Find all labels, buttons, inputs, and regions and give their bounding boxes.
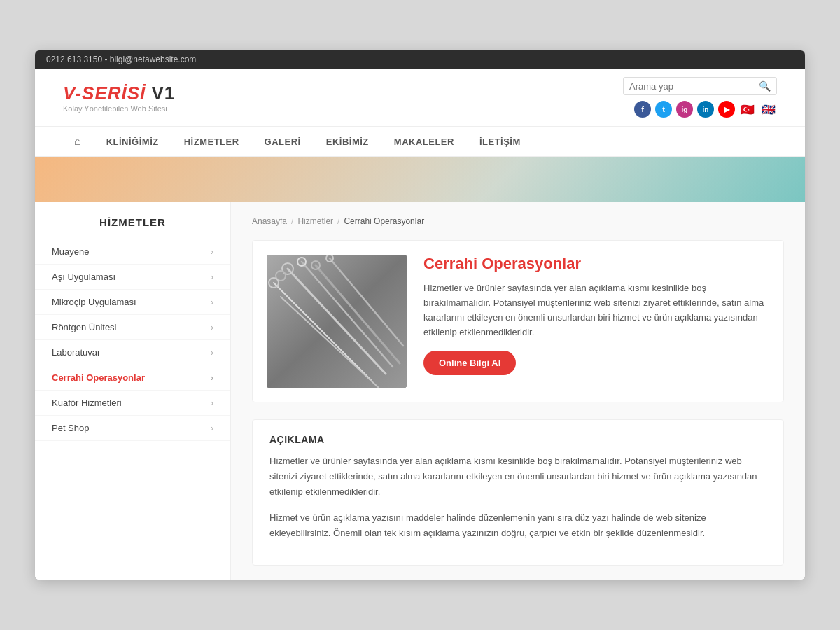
sidebar-title: HİZMETLER (35, 216, 230, 239)
header: V-SERİSİ V1 Kolay Yönetilebilen Web Site… (35, 69, 805, 127)
nav-item-galeri[interactable]: GALERİ (253, 128, 312, 155)
description-paragraph-2: Hizmet ve ürün açıklama yazısını maddele… (270, 510, 766, 541)
phone-number: 0212 613 3150 (46, 55, 102, 64)
logo-subtitle: Kolay Yönetilebilen Web Sitesi (63, 104, 175, 113)
chevron-right-icon: › (211, 298, 214, 307)
logo[interactable]: V-SERİSİ V1 Kolay Yönetilebilen Web Site… (63, 83, 175, 113)
sidebar-item-laboratuvar[interactable]: Laboratuvar › (35, 340, 230, 365)
hero-banner (35, 157, 805, 202)
header-right: 🔍 f t ig in ▶ 🇹🇷 🇬🇧 (623, 77, 777, 118)
browser-window: 0212 613 3150 - bilgi@netawebsite.com V-… (35, 50, 805, 579)
service-image (267, 255, 407, 388)
sidebar-item-label: Pet Shop (52, 423, 90, 433)
nav-item-hizmetler[interactable]: HİZMETLER (173, 128, 251, 155)
sidebar-item-label: Mikroçip Uygulaması (52, 297, 136, 307)
instagram-icon[interactable]: ig (676, 101, 693, 118)
breadcrumb: Anasayfa / Hizmetler / Cerrahi Operasyon… (252, 216, 784, 226)
description-paragraph-1: Hizmetler ve ürünler sayfasında yer alan… (270, 454, 766, 500)
nav-item-klinigimiz[interactable]: KLİNİĞİMİZ (95, 128, 170, 155)
email-address: bilgi@netawebsite.com (110, 55, 197, 64)
service-detail-card: Cerrahi Operasyonlar Hizmetler ve ürünle… (252, 240, 784, 402)
nav-home[interactable]: ⌂ (63, 127, 92, 156)
search-bar[interactable]: 🔍 (623, 77, 777, 95)
linkedin-icon[interactable]: in (697, 101, 714, 118)
youtube-icon[interactable]: ▶ (718, 101, 735, 118)
sidebar: HİZMETLER Muayene › Aşı Uygulaması › Mik… (35, 202, 231, 579)
chevron-right-icon: › (211, 247, 214, 257)
sidebar-item-label: Laboratuvar (52, 347, 100, 358)
top-bar: 0212 613 3150 - bilgi@netawebsite.com (35, 50, 805, 69)
sidebar-item-label: Muayene (52, 246, 89, 257)
breadcrumb-sep2: / (337, 216, 340, 226)
chevron-right-icon: › (211, 373, 214, 383)
sidebar-item-label: Cerrahi Operasyonlar (52, 372, 145, 383)
logo-brand-italic: V-SERİSİ (63, 83, 146, 104)
service-description: Hizmetler ve ürünler sayfasında yer alan… (424, 281, 769, 340)
chevron-right-icon: › (211, 272, 214, 282)
social-lang-bar: f t ig in ▶ 🇹🇷 🇬🇧 (634, 101, 777, 118)
breadcrumb-sep1: / (291, 216, 293, 226)
sidebar-item-rontgen[interactable]: Röntgen Ünitesi › (35, 315, 230, 340)
breadcrumb-home[interactable]: Anasayfa (252, 216, 287, 226)
content-area: Anasayfa / Hizmetler / Cerrahi Operasyon… (231, 202, 805, 579)
flag-en[interactable]: 🇬🇧 (760, 104, 777, 115)
facebook-icon[interactable]: f (634, 101, 651, 118)
nav-bar: ⌂ KLİNİĞİMİZ HİZMETLER GALERİ EKİBİMİZ M… (35, 127, 805, 157)
service-info: Cerrahi Operasyonlar Hizmetler ve ürünle… (424, 255, 769, 388)
breadcrumb-services[interactable]: Hizmetler (298, 216, 333, 226)
chevron-right-icon: › (211, 398, 214, 408)
sidebar-item-cerrahi[interactable]: Cerrahi Operasyonlar › (35, 365, 230, 391)
chevron-right-icon: › (211, 348, 214, 358)
description-box: AÇIKLAMA Hizmetler ve ürünler sayfasında… (252, 419, 784, 565)
breadcrumb-current: Cerrahi Operasyonlar (344, 216, 424, 226)
nav-item-makaleler[interactable]: MAKALELER (383, 128, 465, 155)
sidebar-item-microcip[interactable]: Mikroçip Uygulaması › (35, 290, 230, 315)
description-section-title: AÇIKLAMA (270, 434, 766, 445)
sidebar-item-label: Kuaför Hizmetleri (52, 398, 122, 408)
sidebar-item-petshop[interactable]: Pet Shop › (35, 416, 230, 441)
service-image-inner (267, 255, 407, 388)
sidebar-item-kuafor[interactable]: Kuaför Hizmetleri › (35, 391, 230, 416)
sidebar-item-asi[interactable]: Aşı Uygulaması › (35, 265, 230, 290)
top-separator: - (104, 55, 109, 64)
search-input[interactable] (629, 81, 755, 92)
sidebar-item-muayene[interactable]: Muayene › (35, 239, 230, 265)
nav-item-ekibimiz[interactable]: EKİBİMİZ (315, 128, 380, 155)
logo-main: V-SERİSİ V1 (63, 83, 175, 104)
online-info-button[interactable]: Online Bilgi Al (424, 351, 516, 375)
chevron-right-icon: › (211, 424, 214, 433)
flag-tr[interactable]: 🇹🇷 (739, 104, 756, 115)
twitter-icon[interactable]: t (655, 101, 672, 118)
logo-brand-bold: V1 (146, 83, 175, 104)
search-icon[interactable]: 🔍 (759, 80, 771, 92)
nav-item-iletisim[interactable]: İLETİŞİM (468, 128, 532, 155)
service-title: Cerrahi Operasyonlar (424, 255, 769, 273)
service-image-svg (267, 255, 407, 388)
main-content: HİZMETLER Muayene › Aşı Uygulaması › Mik… (35, 202, 805, 579)
sidebar-item-label: Aşı Uygulaması (52, 272, 115, 282)
sidebar-item-label: Röntgen Ünitesi (52, 322, 117, 332)
chevron-right-icon: › (211, 323, 214, 332)
